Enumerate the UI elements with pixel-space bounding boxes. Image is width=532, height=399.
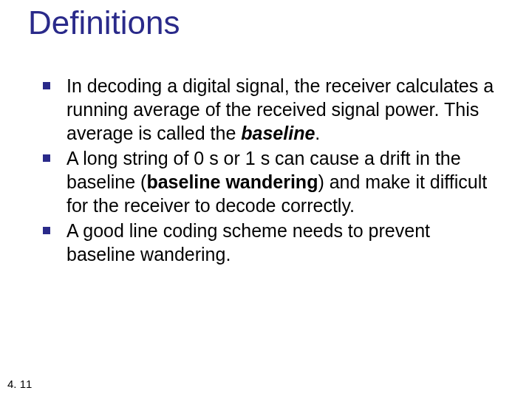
slide: Definitions In decoding a digital signal… [0, 0, 532, 399]
list-item: In decoding a digital signal, the receiv… [43, 74, 501, 145]
text-run: A good line coding scheme needs to preve… [66, 220, 430, 265]
bullet-icon [43, 82, 50, 89]
bullet-icon [43, 227, 50, 234]
list-item-text: In decoding a digital signal, the receiv… [66, 74, 501, 145]
term-baseline-wandering: baseline wandering [146, 171, 318, 192]
bullet-icon [43, 154, 50, 162]
term-baseline: baseline [241, 123, 315, 143]
list-item: A good line coding scheme needs to preve… [43, 219, 501, 266]
list-item-text: A long string of 0 s or 1 s can cause a … [66, 146, 501, 217]
list-item-text: A good line coding scheme needs to preve… [66, 219, 501, 266]
list-item: A long string of 0 s or 1 s can cause a … [43, 146, 501, 217]
page-number: 4. 11 [7, 378, 32, 390]
text-run: . [315, 123, 320, 143]
slide-title: Definitions [28, 4, 180, 41]
slide-body: In decoding a digital signal, the receiv… [43, 74, 501, 267]
